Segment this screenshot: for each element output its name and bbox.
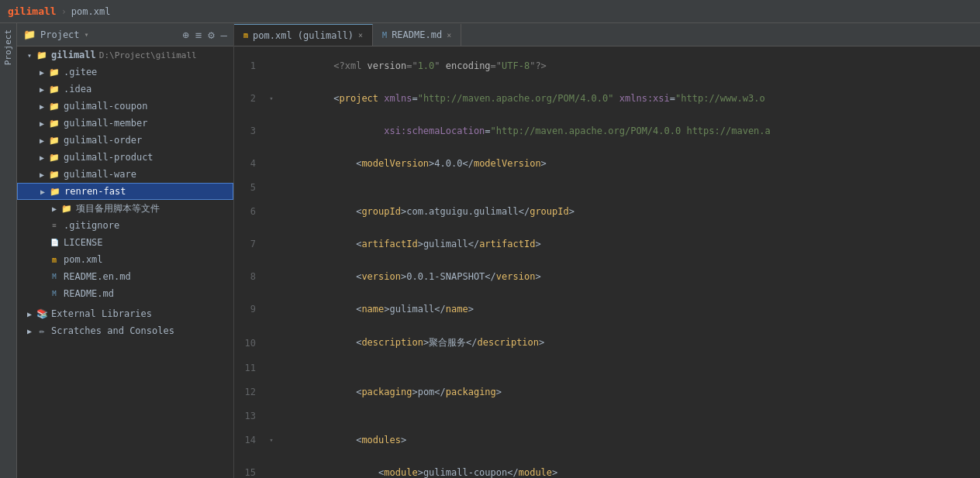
tree-label-readme-md: README.md [64,288,114,299]
code-line-2: 2 ▾ <project xmlns="http://maven.apache.… [234,82,980,115]
tab-pom-xml-close[interactable]: × [358,31,363,40]
line-content-6: <groupId>com.atguigu.gulimall</groupId> [278,195,980,228]
locate-icon[interactable]: ⊕ [182,29,188,41]
ware-folder-icon: 📁 [48,168,60,181]
tree-label-scripts: 项目备用脚本等文件 [76,202,160,215]
tree-item-pom-xml[interactable]: m pom.xml [17,251,233,268]
gitignore-icon: ≡ [48,219,60,232]
readme-md-icon: M [48,287,60,300]
tree-arrow-root: ▾ [23,51,36,60]
tree-label-path: D:\Project\gilimall [99,50,197,60]
tab-readme-label: README.md [392,29,442,40]
tree-label-gitee: .gitee [64,67,97,77]
tree-item-gitee[interactable]: ▶ 📁 .gitee [17,64,233,81]
readme-en-icon: M [48,270,60,283]
code-line-1: 1 <?xml version="1.0" encoding="UTF-8"?> [234,50,980,82]
tree-item-gulimall-member[interactable]: ▶ 📁 gulimall-member [17,115,233,132]
code-line-6: 6 <groupId>com.atguigu.gulimall</groupId… [234,195,980,228]
tree-item-gulimall-coupon[interactable]: ▶ 📁 gulimall-coupon [17,98,233,115]
tree-item-gulimall-ware[interactable]: ▶ 📁 gulimall-ware [17,166,233,183]
tab-pom-xml-label: pom.xml (gulimall) [253,30,354,41]
line-num-1: 1 [234,60,265,71]
tab-pom-xml-icon: m [243,31,248,40]
title-separator: › [61,6,67,17]
tree-arrow-coupon: ▶ [36,102,48,111]
tree-label-product: gulimall-product [64,152,154,163]
tree-item-scripts[interactable]: ▶ 📁 项目备用脚本等文件 [17,200,233,217]
tree-label-coupon: gulimall-coupon [64,101,147,112]
tree-item-external-libs[interactable]: ▶ 📚 External Libraries [17,305,233,322]
line-content-12: <packaging>pom</packaging> [278,376,980,408]
sidebar-header-icons: ⊕ ≡ ⚙ — [182,29,227,41]
tab-pom-xml[interactable]: m pom.xml (gulimall) × [234,24,373,46]
line-num-12: 12 [234,387,265,397]
minimize-icon[interactable]: — [221,29,227,41]
line-num-6: 6 [234,206,265,217]
line-num-3: 3 [234,126,265,136]
tab-readme-close[interactable]: × [447,31,451,40]
pom-xml-icon: m [48,253,60,266]
line-content-8: <version>0.0.1-SNAPSHOT</version> [278,260,980,293]
line-content-14: <modules> [278,424,980,456]
line-num-2: 2 [234,93,265,104]
sidebar: 📁 Project ▾ ⊕ ≡ ⚙ — ▾ 📁 gilimall D:\Proj… [17,23,234,478]
tree-item-gilimall-root[interactable]: ▾ 📁 gilimall D:\Project\gilimall [17,46,233,64]
tree-item-scratches[interactable]: ▶ ✏️ Scratches and Consoles [17,322,233,339]
tree-item-readme-md[interactable]: M README.md [17,285,233,302]
line-content-2: <project xmlns="http://maven.apache.org/… [278,82,980,115]
line-gutter-14: ▾ [265,436,278,444]
tree-arrow-scratches: ▶ [23,327,36,335]
product-folder-icon: 📁 [48,151,60,163]
tab-bar: m pom.xml (gulimall) × M README.md × [234,23,980,46]
line-gutter-2: ▾ [265,95,278,102]
tree-label-pom: pom.xml [64,254,103,265]
sidebar-title: Project [40,29,80,40]
title-file: pom.xml [71,6,111,17]
line-content-3: xsi:schemaLocation="http://maven.apache.… [278,115,980,147]
code-editor[interactable]: 1 <?xml version="1.0" encoding="UTF-8"?>… [234,46,980,478]
tree-item-renren-fast[interactable]: ▶ 📁 renren-fast [17,183,233,200]
tab-readme-icon: M [382,31,387,40]
code-line-4: 4 <modelVersion>4.0.0</modelVersion> [234,147,980,180]
code-line-13: 13 [234,408,980,424]
line-num-15: 15 [234,467,265,478]
tree-arrow-renren: ▶ [36,187,49,196]
tree-label-gitignore: .gitignore [64,220,119,231]
tree-item-gulimall-product[interactable]: ▶ 📁 gulimall-product [17,149,233,166]
collapse-all-icon[interactable]: ≡ [195,29,202,41]
main-layout: Project 📁 Project ▾ ⊕ ≡ ⚙ — ▾ 📁 gil [0,23,980,478]
tree-item-gitignore[interactable]: ≡ .gitignore [17,217,233,234]
code-line-14: 14 ▾ <modules> [234,424,980,456]
sidebar-tree: ▾ 📁 gilimall D:\Project\gilimall ▶ 📁 .gi… [17,46,233,478]
code-line-7: 7 <artifactId>gulimall</artifactId> [234,228,980,260]
code-line-5: 5 [234,180,980,195]
code-line-3: 3 xsi:schemaLocation="http://maven.apach… [234,115,980,147]
fold-icon-2[interactable]: ▾ [269,95,273,102]
line-num-11: 11 [234,363,265,373]
line-content-13 [278,411,980,421]
project-tab-label[interactable]: Project [2,26,15,68]
line-num-4: 4 [234,158,265,169]
code-line-9: 9 <name>gulimall</name> [234,293,980,325]
code-line-12: 12 <packaging>pom</packaging> [234,376,980,408]
line-num-14: 14 [234,435,265,445]
code-line-11: 11 [234,360,980,376]
tree-label-scratches: Scratches and Consoles [51,325,174,336]
fold-icon-14[interactable]: ▾ [269,436,273,444]
tree-item-license[interactable]: 📄 LICENSE [17,234,233,251]
settings-icon[interactable]: ⚙ [208,29,214,41]
code-line-10: 10 <description>聚合服务</description> [234,325,980,360]
tab-readme-md[interactable]: M README.md × [373,24,461,46]
tree-item-readme-en[interactable]: M README.en.md [17,268,233,285]
tree-arrow-ware: ▶ [36,170,48,179]
project-dropdown-icon[interactable]: ▾ [85,30,89,39]
line-content-11 [278,363,980,373]
sidebar-header-left: 📁 Project ▾ [23,29,89,40]
tree-arrow-product: ▶ [36,153,48,162]
idea-folder-icon: 📁 [48,83,60,95]
tree-item-gulimall-order[interactable]: ▶ 📁 gulimall-order [17,132,233,149]
tree-arrow-scripts: ▶ [48,205,60,213]
vertical-tab-strip: Project [0,23,17,478]
tree-item-idea[interactable]: ▶ 📁 .idea [17,81,233,98]
line-content-10: <description>聚合服务</description> [278,325,980,360]
